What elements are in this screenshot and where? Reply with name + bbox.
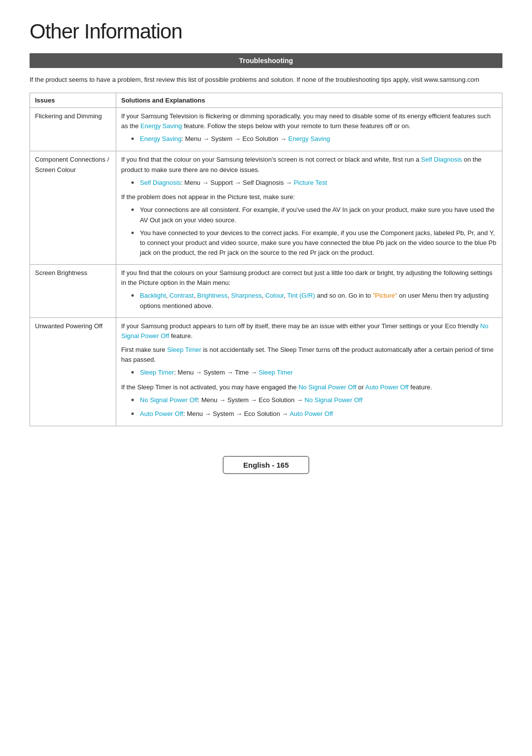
col-solutions: Solutions and Explanations [116, 93, 502, 107]
solution-component: If you find that the colour on your Sams… [116, 151, 502, 265]
list-item: • No Signal Power Off: Menu → System → E… [131, 395, 497, 406]
bullet-text: Your connections are all consistent. For… [140, 205, 497, 225]
link-sleep-timer3[interactable]: Sleep Timer [259, 369, 293, 376]
bullet-icon: • [131, 205, 138, 216]
link-energy-saving2[interactable]: Energy Saving [140, 135, 182, 142]
solution-poweroff: If your Samsung product appears to turn … [116, 317, 502, 426]
link-energy-saving3[interactable]: Energy Saving [288, 135, 330, 142]
solution-flickering: If your Samsung Television is flickering… [116, 107, 502, 151]
list-item: • Your connections are all consistent. F… [131, 205, 497, 225]
issue-poweroff: Unwanted Powering Off [30, 317, 116, 426]
list-item: • You have connected to your devices to … [131, 228, 497, 258]
bullet-text: Backlight, Contrast, Brightness, Sharpne… [140, 291, 497, 310]
link-colour[interactable]: Colour [265, 292, 284, 299]
table-row: Unwanted Powering Off If your Samsung pr… [30, 317, 502, 426]
issue-component: Component Connections / Screen Colour [30, 151, 116, 265]
link-backlight[interactable]: Backlight [140, 292, 166, 299]
link-picture-test[interactable]: Picture Test [294, 179, 327, 186]
link-brightness[interactable]: Brightness [197, 292, 227, 299]
bullet-text: No Signal Power Off: Menu → System → Eco… [140, 395, 497, 405]
link-auto-power1[interactable]: Auto Power Off [366, 383, 409, 391]
bullet-icon: • [131, 409, 138, 420]
list-item: • Auto Power Off: Menu → System → Eco So… [131, 409, 497, 420]
bullet-icon: • [131, 291, 138, 302]
bullet-icon: • [131, 134, 138, 145]
list-item: • Sleep Timer: Menu → System → Time → Sl… [131, 368, 497, 378]
link-tint[interactable]: Tint (G/R) [287, 292, 315, 299]
link-no-signal4[interactable]: No Signal Power Off [304, 396, 363, 404]
table-row: Component Connections / Screen Colour If… [30, 151, 502, 265]
main-table: Issues Solutions and Explanations Flicke… [30, 93, 502, 427]
list-item: • Energy Saving: Menu → System → Eco Sol… [131, 134, 497, 145]
bullet-text: Self Diagnosis: Menu → Support → Self Di… [140, 178, 497, 188]
solution-brightness: If you find that the colours on your Sam… [116, 265, 502, 318]
issue-flickering: Flickering and Dimming [30, 107, 116, 151]
col-issues: Issues [30, 93, 116, 107]
bullet-text: Energy Saving: Menu → System → Eco Solut… [140, 134, 497, 144]
bullet-icon: • [131, 368, 138, 378]
list-item: • Self Diagnosis: Menu → Support → Self … [131, 178, 497, 189]
section-header: Troubleshooting [30, 53, 502, 68]
page-title: Other Information [30, 20, 502, 43]
list-item: • Backlight, Contrast, Brightness, Sharp… [131, 291, 497, 310]
table-row: Screen Brightness If you find that the c… [30, 265, 502, 318]
footer-label: English - 165 [223, 456, 310, 474]
bullet-icon: • [131, 178, 138, 189]
link-no-signal3[interactable]: No Signal Power Off [140, 396, 198, 404]
link-no-signal1[interactable]: No Signal Power Off [121, 322, 488, 340]
link-auto-power3[interactable]: Auto Power Off [290, 410, 333, 417]
bullet-text: You have connected to your devices to th… [140, 228, 497, 258]
issue-brightness: Screen Brightness [30, 265, 116, 318]
link-sharpness[interactable]: Sharpness [231, 292, 262, 299]
link-sleep-timer1[interactable]: Sleep Timer [167, 346, 201, 353]
link-no-signal2[interactable]: No Signal Power Off [299, 383, 357, 391]
bullet-icon: • [131, 395, 138, 406]
bullet-text: Auto Power Off: Menu → System → Eco Solu… [140, 409, 497, 419]
footer: English - 165 [30, 456, 502, 474]
link-self-diagnosis2[interactable]: Self Diagnosis [140, 179, 181, 186]
bullet-text: Sleep Timer: Menu → System → Time → Slee… [140, 368, 497, 378]
link-energy-saving[interactable]: Energy Saving [140, 122, 182, 130]
table-row: Flickering and Dimming If your Samsung T… [30, 107, 502, 151]
intro-text: If the product seems to have a problem, … [30, 75, 502, 85]
link-auto-power2[interactable]: Auto Power Off [140, 410, 183, 417]
bullet-icon: • [131, 228, 138, 239]
link-sleep-timer2[interactable]: Sleep Timer [140, 369, 174, 376]
link-self-diagnosis[interactable]: Self Diagnosis [421, 156, 462, 163]
link-contrast[interactable]: Contrast [169, 292, 194, 299]
link-picture[interactable]: "Picture" [373, 292, 398, 299]
